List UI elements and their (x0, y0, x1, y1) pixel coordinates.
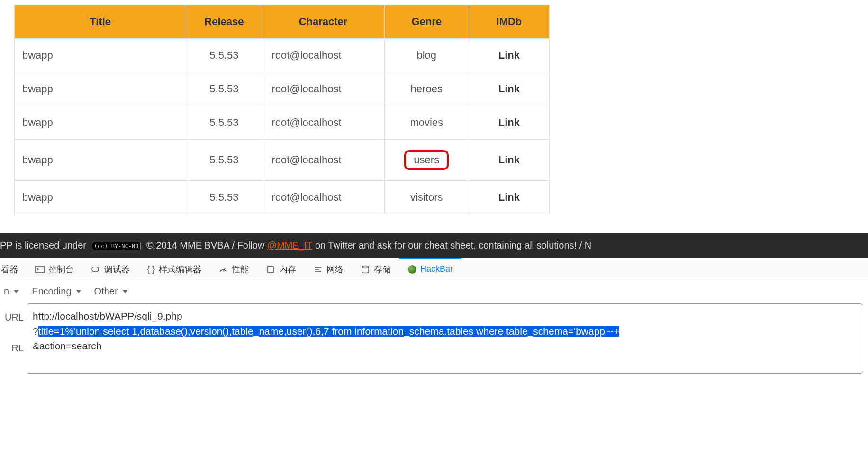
footer-text-start: PP is licensed under (0, 240, 86, 250)
braces-icon: { } (147, 264, 155, 274)
tab-memory[interactable]: 内存 (257, 258, 305, 280)
tab-debugger-label: 调试器 (104, 264, 130, 275)
url-line2: ?title=1%'union select 1,database(),vers… (33, 324, 857, 339)
toolbar-other-label: Other (94, 286, 118, 297)
imdb-link[interactable]: Link (469, 106, 549, 140)
toolbar-encoding-dropdown[interactable]: Encoding (32, 286, 81, 297)
tab-style-editor-label: 样式编辑器 (159, 264, 201, 275)
tab-console-label: 控制台 (48, 264, 74, 275)
storage-icon (361, 265, 370, 274)
svg-rect-1 (92, 267, 99, 272)
memory-icon (266, 265, 275, 274)
tab-performance-label: 性能 (232, 264, 249, 275)
footer-rest: on Twitter and ask for our cheat sheet, … (315, 240, 591, 250)
highlighted-genre: users (404, 150, 449, 170)
url-line1: http://localhost/bWAPP/sqli_9.php (33, 309, 857, 324)
tab-network-label: 网络 (326, 264, 344, 275)
results-table: Title Release Character Genre IMDb bwapp… (14, 5, 550, 214)
cell-release: 5.5.53 (186, 181, 262, 214)
toolbar-other-dropdown[interactable]: Other (94, 286, 127, 297)
cell-genre: movies (384, 106, 469, 140)
side-labels: URL RL (0, 303, 27, 374)
tab-console[interactable]: 控制台 (27, 258, 82, 280)
table-row: bwapp5.5.53root@localhostmoviesLink (15, 106, 550, 140)
cell-character: root@localhost (262, 181, 384, 214)
gauge-icon (218, 265, 228, 274)
tab-inspector[interactable]: 看器 (0, 258, 27, 280)
tab-storage[interactable]: 存储 (352, 258, 399, 280)
toolbar-unknown-dropdown[interactable]: n (4, 286, 18, 297)
col-character: Character (262, 5, 384, 39)
tab-network[interactable]: 网络 (305, 258, 352, 280)
cell-title: bwapp (15, 72, 186, 106)
url-label: URL (0, 312, 24, 323)
imdb-link[interactable]: Link (469, 39, 549, 72)
table-header-row: Title Release Character Genre IMDb (15, 5, 550, 39)
cell-character: root@localhost (262, 140, 384, 181)
cell-release: 5.5.53 (186, 106, 262, 140)
imdb-link[interactable]: Link (469, 140, 549, 181)
col-title: Title (15, 5, 186, 39)
imdb-link[interactable]: Link (469, 181, 549, 214)
qmark: ? (33, 326, 38, 337)
tab-inspector-label: 看器 (1, 264, 18, 275)
svg-rect-0 (36, 266, 44, 273)
url-input[interactable]: http://localhost/bWAPP/sqli_9.php ?title… (27, 303, 863, 374)
cell-character: root@localhost (262, 106, 384, 140)
tab-memory-label: 内存 (279, 264, 296, 275)
debugger-icon (91, 265, 100, 274)
svg-point-11 (362, 266, 369, 268)
table-row: bwapp5.5.53root@localhostblogLink (15, 39, 550, 72)
url-line3: &action=search (33, 338, 857, 354)
cell-release: 5.5.53 (186, 72, 262, 106)
url-selected-text: title=1%'union select 1,database(),versi… (38, 326, 620, 337)
rl-label: RL (0, 343, 24, 354)
cell-character: root@localhost (262, 39, 384, 72)
console-icon (35, 265, 45, 274)
table-row: bwapp5.5.53root@localhostvisitorsLink (15, 181, 550, 214)
col-genre: Genre (384, 5, 469, 39)
cell-genre: visitors (384, 181, 469, 214)
tab-hackbar[interactable]: HackBar (399, 258, 461, 279)
tab-style-editor[interactable]: { } 样式编辑器 (138, 258, 210, 280)
col-release: Release (186, 5, 262, 39)
cell-title: bwapp (15, 181, 186, 214)
cell-release: 5.5.53 (186, 140, 262, 181)
devtools-tab-bar: 看器 控制台 调试器 { } 样式编辑器 性能 内存 网络 存储 HackBar (0, 258, 868, 279)
toolbar-encoding-label: Encoding (32, 286, 71, 297)
hackbar-toolbar: n Encoding Other (0, 279, 868, 303)
mme-twitter-link[interactable]: @MME_IT (267, 240, 313, 250)
table-row: bwapp5.5.53root@localhostusersLink (15, 140, 550, 181)
caret-down-icon (14, 290, 18, 293)
toolbar-first-label: n (4, 286, 9, 297)
cell-genre: heroes (384, 72, 469, 106)
cell-title: bwapp (15, 140, 186, 181)
network-icon (313, 265, 323, 274)
page-content: Title Release Character Genre IMDb bwapp… (0, 0, 868, 233)
cc-license-badge[interactable]: (cc) BY-NC-ND (92, 242, 141, 250)
cell-genre: users (384, 140, 469, 181)
hackbar-body: URL RL http://localhost/bWAPP/sqli_9.php… (0, 303, 868, 378)
cell-release: 5.5.53 (186, 39, 262, 72)
svg-rect-3 (268, 267, 273, 272)
cell-genre: blog (384, 39, 469, 72)
tab-debugger[interactable]: 调试器 (82, 258, 138, 280)
cell-title: bwapp (15, 106, 186, 140)
tab-performance[interactable]: 性能 (210, 258, 257, 280)
footer-bar: PP is licensed under (cc) BY-NC-ND © 201… (0, 233, 868, 258)
caret-down-icon (123, 290, 127, 293)
cell-character: root@localhost (262, 72, 384, 106)
cell-title: bwapp (15, 39, 186, 72)
footer-copyright: © 2014 MME BVBA / Follow (146, 240, 264, 250)
tab-hackbar-label: HackBar (420, 264, 453, 274)
hackbar-icon (408, 265, 416, 274)
tab-storage-label: 存储 (374, 264, 391, 275)
imdb-link[interactable]: Link (469, 72, 549, 106)
caret-down-icon (76, 290, 81, 293)
table-row: bwapp5.5.53root@localhostheroesLink (15, 72, 550, 106)
col-imdb: IMDb (469, 5, 549, 39)
